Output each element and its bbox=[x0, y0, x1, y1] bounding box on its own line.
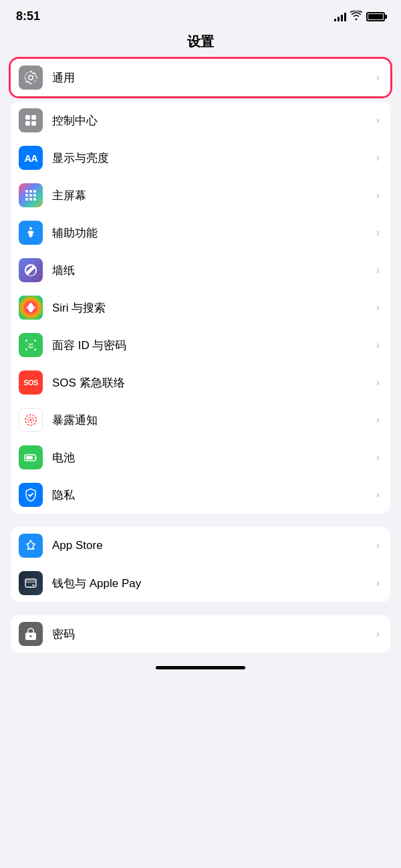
app-store-chevron: › bbox=[376, 540, 380, 552]
svg-rect-23 bbox=[35, 457, 37, 459]
privacy-chevron: › bbox=[376, 489, 380, 501]
signal-icon bbox=[334, 12, 346, 21]
home-screen-chevron: › bbox=[376, 189, 380, 201]
control-center-chevron: › bbox=[376, 114, 380, 126]
svg-rect-3 bbox=[31, 121, 36, 126]
settings-item-wallet[interactable]: 钱包与 Apple Pay › bbox=[11, 564, 390, 602]
svg-point-16 bbox=[29, 306, 33, 310]
accessibility-icon bbox=[19, 221, 43, 245]
general-icon bbox=[19, 66, 43, 90]
control-center-label: 控制中心 bbox=[52, 113, 372, 128]
sos-icon: SOS bbox=[19, 370, 43, 395]
svg-rect-12 bbox=[33, 198, 36, 201]
password-icon bbox=[19, 622, 43, 646]
settings-item-app-store[interactable]: App Store › bbox=[11, 527, 390, 564]
wallpaper-label: 墙纸 bbox=[52, 263, 372, 278]
home-indicator bbox=[156, 666, 245, 669]
svg-rect-1 bbox=[31, 115, 36, 120]
svg-rect-26 bbox=[25, 581, 36, 583]
accessibility-chevron: › bbox=[376, 227, 380, 239]
svg-point-17 bbox=[29, 344, 30, 345]
svg-rect-0 bbox=[25, 115, 30, 120]
svg-rect-24 bbox=[26, 456, 33, 459]
settings-item-passwords[interactable]: 密码 › bbox=[11, 615, 390, 653]
face-id-label: 面容 ID 与密码 bbox=[52, 338, 372, 353]
settings-item-sos[interactable]: SOS SOS 紧急联络 › bbox=[11, 364, 390, 401]
control-center-icon bbox=[19, 108, 43, 132]
home-screen-label: 主屏幕 bbox=[52, 188, 372, 203]
settings-item-control-center[interactable]: 控制中心 › bbox=[11, 102, 390, 139]
general-label: 通用 bbox=[52, 70, 372, 86]
display-label: 显示与亮度 bbox=[52, 150, 372, 166]
display-chevron: › bbox=[376, 152, 380, 164]
settings-item-face-id[interactable]: 面容 ID 与密码 › bbox=[11, 326, 390, 364]
wallpaper-chevron: › bbox=[376, 264, 380, 276]
status-bar: 8:51 bbox=[0, 0, 401, 27]
wallet-chevron: › bbox=[376, 577, 380, 589]
svg-rect-6 bbox=[33, 190, 36, 193]
battery-chevron: › bbox=[376, 451, 380, 463]
home-screen-icon bbox=[19, 183, 43, 207]
section-display: 控制中心 › AA 显示与亮度 › 主屏幕 › bbox=[11, 102, 390, 514]
battery-icon bbox=[366, 12, 385, 21]
privacy-icon bbox=[19, 483, 43, 507]
siri-label: Siri 与搜索 bbox=[52, 300, 372, 316]
svg-point-21 bbox=[30, 419, 32, 421]
wallet-label: 钱包与 Apple Pay bbox=[52, 576, 372, 591]
settings-item-wallpaper[interactable]: 墙纸 › bbox=[11, 251, 390, 289]
settings-item-privacy[interactable]: 隐私 › bbox=[11, 476, 390, 514]
exposure-icon bbox=[19, 408, 43, 432]
app-store-label: App Store bbox=[52, 539, 372, 552]
sos-label: SOS 紧急联络 bbox=[52, 375, 372, 391]
display-icon: AA bbox=[19, 146, 43, 170]
settings-item-display[interactable]: AA 显示与亮度 › bbox=[11, 139, 390, 177]
svg-rect-5 bbox=[29, 190, 32, 193]
settings-item-accessibility[interactable]: 辅助功能 › bbox=[11, 214, 390, 251]
siri-icon bbox=[19, 296, 43, 320]
section-password: 密码 › bbox=[11, 615, 390, 653]
settings-item-home-screen[interactable]: 主屏幕 › bbox=[11, 177, 390, 214]
svg-rect-8 bbox=[29, 194, 32, 197]
svg-rect-2 bbox=[25, 121, 30, 126]
battery-settings-icon bbox=[19, 445, 43, 469]
app-store-icon bbox=[19, 534, 43, 558]
exposure-label: 暴露通知 bbox=[52, 413, 372, 428]
battery-label: 电池 bbox=[52, 450, 372, 465]
face-id-icon bbox=[19, 333, 43, 357]
general-chevron: › bbox=[376, 72, 380, 84]
svg-rect-7 bbox=[25, 194, 28, 197]
exposure-chevron: › bbox=[376, 414, 380, 426]
sos-chevron: › bbox=[376, 376, 380, 389]
section-general: 通用 › bbox=[11, 59, 390, 96]
page-title: 设置 bbox=[0, 27, 401, 59]
wifi-icon bbox=[350, 11, 362, 22]
settings-item-siri[interactable]: Siri 与搜索 › bbox=[11, 289, 390, 326]
accessibility-label: 辅助功能 bbox=[52, 225, 372, 241]
svg-rect-10 bbox=[25, 198, 28, 201]
svg-point-13 bbox=[29, 227, 32, 230]
status-icons bbox=[334, 11, 385, 22]
settings-item-exposure[interactable]: 暴露通知 › bbox=[11, 401, 390, 439]
wallpaper-icon bbox=[19, 258, 43, 282]
section-store: App Store › 钱包与 Apple Pay › bbox=[11, 527, 390, 602]
passwords-label: 密码 bbox=[52, 627, 372, 642]
siri-chevron: › bbox=[376, 302, 380, 314]
settings-section: 通用 › bbox=[11, 59, 390, 96]
settings-item-general[interactable]: 通用 › bbox=[11, 59, 390, 96]
svg-rect-4 bbox=[25, 190, 28, 193]
svg-rect-28 bbox=[32, 584, 35, 586]
settings-item-battery[interactable]: 电池 › bbox=[11, 439, 390, 476]
svg-rect-11 bbox=[29, 198, 32, 201]
status-time: 8:51 bbox=[16, 9, 40, 23]
face-id-chevron: › bbox=[376, 339, 380, 351]
wallet-icon bbox=[19, 571, 43, 595]
svg-point-18 bbox=[32, 344, 33, 345]
svg-rect-27 bbox=[25, 580, 36, 581]
privacy-label: 隐私 bbox=[52, 487, 372, 503]
svg-rect-9 bbox=[33, 194, 36, 197]
passwords-chevron: › bbox=[376, 628, 380, 640]
